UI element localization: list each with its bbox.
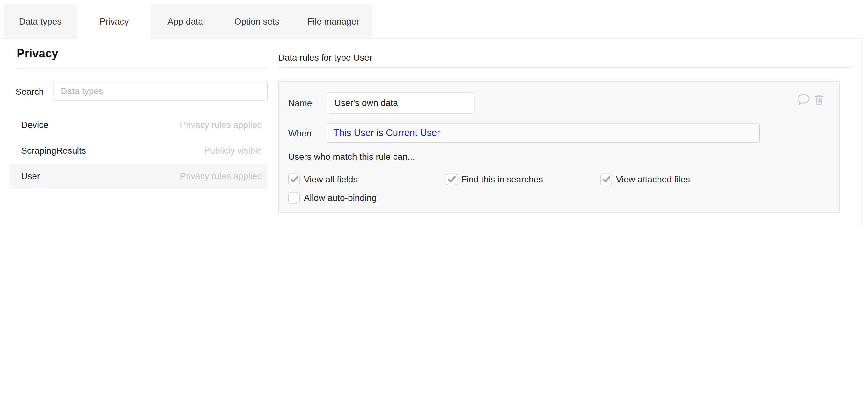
status-badge: Privacy rules applied xyxy=(180,120,262,130)
status-badge: Privacy rules applied xyxy=(180,171,262,181)
page-title: Privacy xyxy=(17,47,58,60)
privacy-settings-page: Data types Privacy App data Option sets … xyxy=(0,0,868,227)
list-item-scrapingresults[interactable]: ScrapingResults Publicly visible xyxy=(9,138,268,163)
data-type-name: Device xyxy=(21,120,180,130)
data-type-name: User xyxy=(21,171,180,181)
list-item-user[interactable]: User Privacy rules applied xyxy=(9,163,268,189)
tab-data-types[interactable]: Data types xyxy=(3,4,77,38)
checkbox-label: View attached files xyxy=(616,174,690,184)
checkbox-label: View all fields xyxy=(304,174,358,184)
trash-icon[interactable] xyxy=(815,95,824,105)
sidebar-divider xyxy=(16,68,266,68)
search-input[interactable] xyxy=(53,82,268,101)
data-type-list: Device Privacy rules applied ScrapingRes… xyxy=(9,112,268,189)
tab-file-manager[interactable]: File manager xyxy=(294,4,373,38)
rule-name-input[interactable] xyxy=(327,92,474,114)
main-divider xyxy=(278,67,851,68)
checkbox-box[interactable] xyxy=(288,174,300,185)
checkbox-box[interactable] xyxy=(600,174,612,185)
search-label: Search xyxy=(16,87,44,97)
when-condition-value: This User is Current User xyxy=(333,127,440,139)
status-badge: Publicly visible xyxy=(204,146,262,156)
rule-card: Name When This User is Current User User… xyxy=(278,81,840,213)
checkbox-view-attached-files[interactable]: View attached files xyxy=(600,174,690,185)
page-right-divider xyxy=(861,38,862,227)
checkbox-view-all-fields[interactable]: View all fields xyxy=(288,174,358,185)
tab-bar: Data types Privacy App data Option sets … xyxy=(3,4,373,38)
checkbox-label: Find this in searches xyxy=(461,174,543,184)
comment-icon[interactable] xyxy=(798,94,810,105)
data-type-name: ScrapingResults xyxy=(21,146,204,156)
checkbox-find-in-searches[interactable]: Find this in searches xyxy=(446,174,543,185)
checkbox-allow-auto-binding[interactable]: Allow auto-binding xyxy=(288,192,377,204)
tab-app-data[interactable]: App data xyxy=(151,4,220,38)
when-condition-input[interactable]: This User is Current User xyxy=(327,123,760,142)
permissions-intro: Users who match this rule can... xyxy=(288,152,415,162)
checkbox-box[interactable] xyxy=(446,174,458,185)
when-label: When xyxy=(288,128,312,139)
checkbox-box[interactable] xyxy=(288,192,300,204)
data-rules-heading: Data rules for type User xyxy=(278,53,372,63)
list-item-device[interactable]: Device Privacy rules applied xyxy=(9,112,268,138)
tab-privacy[interactable]: Privacy xyxy=(78,4,151,39)
tab-option-sets[interactable]: Option sets xyxy=(220,4,294,38)
name-label: Name xyxy=(288,98,312,109)
checkbox-label: Allow auto-binding xyxy=(304,193,377,203)
